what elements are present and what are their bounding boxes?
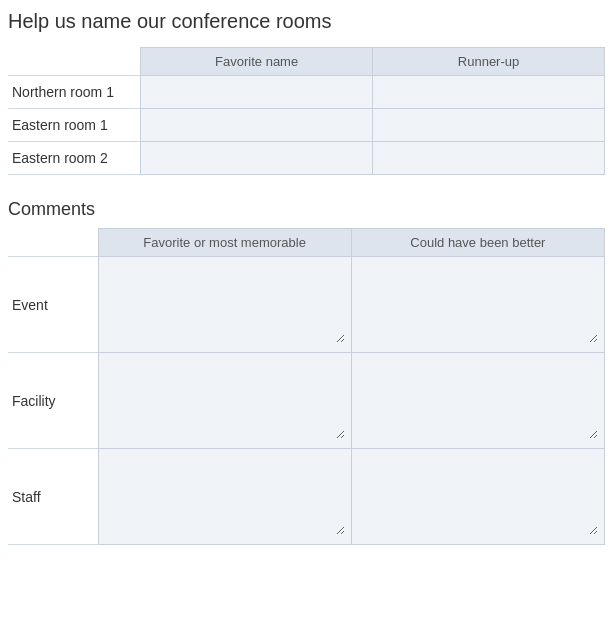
rooms-col-favorite: Favorite name <box>141 48 373 76</box>
comment-better-cell <box>351 353 604 449</box>
comment-label: Staff <box>8 449 98 545</box>
room-favorite-input[interactable] <box>149 115 364 135</box>
table-row: Facility <box>8 353 605 449</box>
room-runner-up-cell <box>373 142 605 175</box>
page-title: Help us name our conference rooms <box>8 10 605 33</box>
comment-better-cell <box>351 449 604 545</box>
comment-favorite-cell <box>98 449 351 545</box>
table-row: Staff <box>8 449 605 545</box>
comments-title: Comments <box>8 199 605 220</box>
room-runner-up-cell <box>373 109 605 142</box>
room-favorite-input[interactable] <box>149 148 364 168</box>
comment-better-textarea[interactable] <box>358 263 598 343</box>
room-label: Eastern room 1 <box>8 109 141 142</box>
comment-label: Facility <box>8 353 98 449</box>
comments-col-favorite: Favorite or most memorable <box>98 229 351 257</box>
room-label: Eastern room 2 <box>8 142 141 175</box>
room-favorite-cell <box>141 109 373 142</box>
comment-favorite-cell <box>98 353 351 449</box>
comments-col-better: Could have been better <box>351 229 604 257</box>
room-runner-up-cell <box>373 76 605 109</box>
comment-better-textarea[interactable] <box>358 359 598 439</box>
room-runner-up-input[interactable] <box>381 148 596 168</box>
table-row: Event <box>8 257 605 353</box>
table-row: Northern room 1 <box>8 76 605 109</box>
comment-label: Event <box>8 257 98 353</box>
rooms-col-empty <box>8 48 141 76</box>
room-favorite-cell <box>141 142 373 175</box>
comment-better-cell <box>351 257 604 353</box>
room-favorite-cell <box>141 76 373 109</box>
comment-favorite-cell <box>98 257 351 353</box>
rooms-col-runner-up: Runner-up <box>373 48 605 76</box>
comments-col-empty <box>8 229 98 257</box>
comments-table: Favorite or most memorable Could have be… <box>8 228 605 545</box>
rooms-table: Favorite name Runner-up Northern room 1E… <box>8 47 605 175</box>
room-runner-up-input[interactable] <box>381 115 596 135</box>
room-runner-up-input[interactable] <box>381 82 596 102</box>
room-favorite-input[interactable] <box>149 82 364 102</box>
comment-favorite-textarea[interactable] <box>105 263 345 343</box>
comment-better-textarea[interactable] <box>358 455 598 535</box>
comment-favorite-textarea[interactable] <box>105 359 345 439</box>
table-row: Eastern room 2 <box>8 142 605 175</box>
comment-favorite-textarea[interactable] <box>105 455 345 535</box>
room-label: Northern room 1 <box>8 76 141 109</box>
table-row: Eastern room 1 <box>8 109 605 142</box>
